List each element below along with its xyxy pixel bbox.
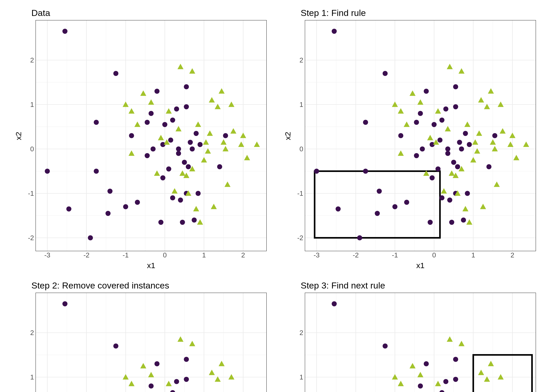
y-tick-label: 1 — [30, 373, 34, 381]
svg-point-41 — [162, 122, 167, 127]
y-tick-label: -1 — [297, 189, 303, 198]
svg-point-138 — [414, 120, 419, 125]
svg-point-134 — [392, 204, 397, 209]
svg-point-324 — [332, 301, 337, 306]
svg-point-33 — [145, 153, 150, 158]
svg-point-55 — [186, 164, 191, 169]
svg-point-153 — [447, 198, 452, 203]
y-tick-col: -2-1012 — [293, 293, 305, 392]
plot-area — [305, 293, 536, 392]
svg-point-59 — [194, 131, 199, 136]
svg-point-157 — [453, 104, 458, 109]
panel-title: Step 2: Remove covered instances — [31, 280, 267, 291]
svg-point-32 — [129, 133, 134, 138]
svg-point-245 — [174, 379, 179, 384]
svg-point-25 — [88, 235, 93, 240]
y-axis-label: x2 — [282, 20, 293, 252]
svg-point-252 — [184, 357, 189, 362]
svg-point-132 — [382, 71, 387, 76]
svg-point-22 — [45, 169, 50, 174]
svg-point-46 — [176, 151, 181, 156]
x-tick-label: -2 — [83, 251, 89, 259]
panel-title: Data — [31, 8, 267, 18]
svg-point-147 — [437, 137, 442, 142]
x-axis-label: x1 — [36, 261, 267, 270]
svg-point-152 — [445, 146, 450, 151]
svg-point-167 — [492, 133, 497, 138]
svg-point-37 — [155, 89, 159, 94]
svg-point-45 — [170, 118, 175, 123]
svg-point-51 — [182, 160, 187, 165]
x-tick-label: 1 — [202, 251, 206, 259]
plot-area — [305, 20, 536, 251]
x-tick-label: -1 — [123, 251, 129, 259]
svg-point-161 — [459, 146, 464, 151]
svg-point-141 — [424, 89, 429, 94]
panel-0: Data x2 -2-1012 -3-2-1012 x1 — [13, 8, 267, 270]
svg-point-29 — [107, 189, 112, 194]
svg-point-159 — [455, 164, 460, 169]
plot-area — [36, 20, 267, 251]
svg-point-48 — [176, 146, 181, 151]
svg-point-165 — [467, 142, 472, 147]
svg-point-346 — [453, 377, 458, 382]
y-tick-col: -2-1012 — [24, 20, 36, 251]
y-tick-label: -1 — [28, 189, 34, 198]
svg-point-24 — [94, 120, 99, 125]
svg-point-125 — [332, 29, 337, 34]
svg-point-231 — [113, 343, 118, 348]
svg-point-28 — [113, 71, 118, 76]
svg-point-136 — [398, 133, 403, 138]
svg-point-26 — [94, 169, 99, 174]
svg-point-131 — [375, 211, 380, 216]
svg-point-133 — [377, 189, 382, 194]
svg-point-331 — [418, 383, 423, 388]
svg-point-63 — [223, 133, 228, 138]
svg-point-50 — [180, 220, 185, 225]
svg-point-162 — [461, 217, 466, 222]
panel-title: Step 1: Find rule — [301, 8, 536, 18]
svg-point-326 — [382, 343, 387, 348]
x-tick-label: -2 — [353, 251, 359, 259]
svg-point-155 — [451, 160, 456, 165]
svg-point-127 — [336, 206, 341, 211]
svg-point-158 — [453, 84, 458, 89]
svg-point-54 — [184, 84, 189, 89]
svg-point-129 — [357, 235, 362, 240]
svg-point-62 — [217, 164, 222, 169]
svg-point-166 — [486, 164, 491, 169]
panel-3: Step 3: Find next rule x2 -2-1012 -3-2-1… — [282, 280, 536, 392]
x-axis-label: x1 — [305, 261, 536, 270]
svg-point-148 — [439, 195, 444, 200]
svg-point-146 — [436, 166, 441, 171]
svg-point-49 — [178, 198, 183, 203]
svg-rect-0 — [36, 20, 267, 251]
svg-point-151 — [443, 106, 448, 111]
svg-point-126 — [314, 169, 319, 174]
x-tick-label: 2 — [241, 251, 245, 259]
svg-point-154 — [449, 220, 454, 225]
svg-point-39 — [160, 175, 165, 180]
x-tick-label: 2 — [511, 251, 514, 259]
svg-point-43 — [168, 137, 173, 142]
svg-point-47 — [174, 106, 179, 111]
svg-point-30 — [123, 204, 128, 209]
svg-point-53 — [184, 104, 189, 109]
y-tick-label: 2 — [30, 328, 34, 337]
y-tick-label: 2 — [300, 56, 303, 64]
svg-point-143 — [430, 175, 434, 180]
y-tick-label: 2 — [30, 56, 34, 64]
svg-point-38 — [158, 220, 163, 225]
y-tick-col: -2-1012 — [293, 20, 305, 251]
y-tick-label: -2 — [297, 234, 303, 242]
svg-point-237 — [155, 361, 159, 366]
svg-point-130 — [363, 169, 368, 174]
svg-point-340 — [443, 379, 448, 384]
x-tick-label: -3 — [313, 251, 319, 259]
svg-rect-103 — [305, 20, 536, 251]
svg-point-139 — [420, 146, 425, 151]
svg-point-135 — [404, 200, 409, 205]
svg-point-332 — [424, 361, 429, 366]
x-tick-label: 0 — [163, 251, 167, 259]
svg-point-23 — [66, 206, 71, 211]
